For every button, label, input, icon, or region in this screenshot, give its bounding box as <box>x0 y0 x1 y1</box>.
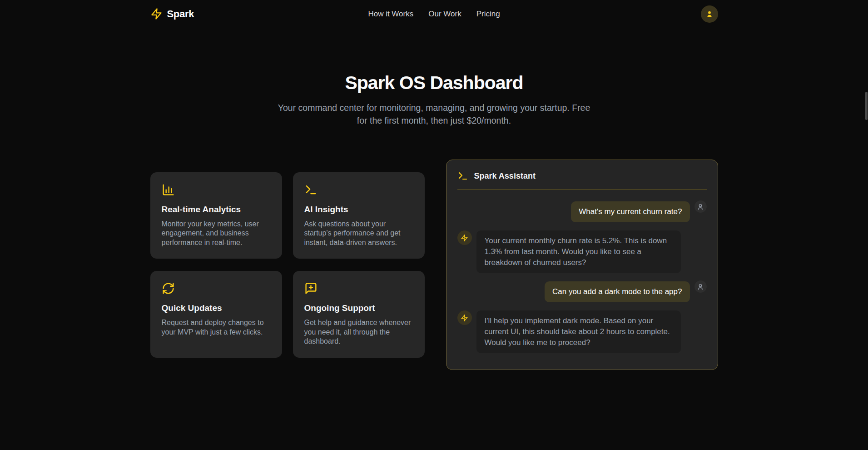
terminal-icon <box>304 183 413 196</box>
bar-chart-icon <box>162 183 271 196</box>
assistant-title: Spark Assistant <box>474 171 536 181</box>
feature-title: AI Insights <box>304 205 413 215</box>
spark-assistant-panel: Spark Assistant What's my current churn … <box>446 160 718 370</box>
assistant-message-bubble: Your current monthly churn rate is 5.2%.… <box>476 230 681 273</box>
feature-description: Monitor your key metrics, user engagemen… <box>162 220 271 248</box>
features-grid: Real-time Analytics Monitor your key met… <box>150 172 425 358</box>
feature-description: Ask questions about your startup's perfo… <box>304 220 413 248</box>
assistant-header: Spark Assistant <box>457 170 707 181</box>
navbar: Spark How it Works Our Work Pricing <box>0 0 868 28</box>
main-nav: How it Works Our Work Pricing <box>368 10 500 19</box>
chat-message-user: What's my current churn rate? <box>457 201 707 222</box>
zap-icon <box>150 8 163 20</box>
brand-name: Spark <box>167 8 194 20</box>
chat-message-user: Can you add a dark mode to the app? <box>457 281 707 302</box>
feature-title: Quick Updates <box>162 303 271 313</box>
chat-message-list: What's my current churn rate? <box>457 201 707 353</box>
feature-card-ongoing-support: Ongoing Support Get help and guidance wh… <box>293 271 425 358</box>
user-avatar <box>694 280 707 293</box>
user-message-bubble: Can you add a dark mode to the app? <box>545 281 689 302</box>
main-content: Real-time Analytics Monitor your key met… <box>150 160 718 370</box>
feature-card-realtime-analytics: Real-time Analytics Monitor your key met… <box>150 172 282 259</box>
user-icon <box>697 203 704 210</box>
brand-logo[interactable]: Spark <box>150 8 194 20</box>
feature-title: Ongoing Support <box>304 303 413 313</box>
zap-icon <box>461 314 468 322</box>
assistant-divider <box>457 189 707 190</box>
feature-card-ai-insights: AI Insights Ask questions about your sta… <box>293 172 425 259</box>
nav-link-pricing[interactable]: Pricing <box>476 10 500 19</box>
assistant-message-bubble: I'll help you implement dark mode. Based… <box>476 310 681 353</box>
hero-subtitle: Your command center for monitoring, mana… <box>275 101 593 127</box>
user-avatar-button[interactable] <box>701 5 718 23</box>
terminal-icon <box>457 170 468 181</box>
feature-description: Request and deploy changes to your MVP w… <box>162 318 271 337</box>
message-plus-icon <box>304 282 413 295</box>
user-icon <box>697 283 704 290</box>
zap-icon <box>461 234 468 242</box>
refresh-icon <box>162 282 271 295</box>
nav-link-how-it-works[interactable]: How it Works <box>368 10 413 19</box>
user-icon <box>705 10 714 19</box>
feature-card-quick-updates: Quick Updates Request and deploy changes… <box>150 271 282 358</box>
feature-description: Get help and guidance whenever you need … <box>304 318 413 346</box>
user-message-bubble: What's my current churn rate? <box>571 201 689 222</box>
page-title: Spark OS Dashboard <box>0 72 868 94</box>
chat-message-assistant: Your current monthly churn rate is 5.2%.… <box>457 230 707 273</box>
vertical-scrollbar-thumb[interactable] <box>865 92 868 120</box>
chat-message-assistant: I'll help you implement dark mode. Based… <box>457 310 707 353</box>
nav-link-our-work[interactable]: Our Work <box>428 10 461 19</box>
assistant-avatar <box>457 310 472 325</box>
hero-section: Spark OS Dashboard Your command center f… <box>0 28 868 127</box>
assistant-avatar <box>457 230 472 245</box>
user-avatar <box>694 200 707 213</box>
feature-title: Real-time Analytics <box>162 205 271 215</box>
